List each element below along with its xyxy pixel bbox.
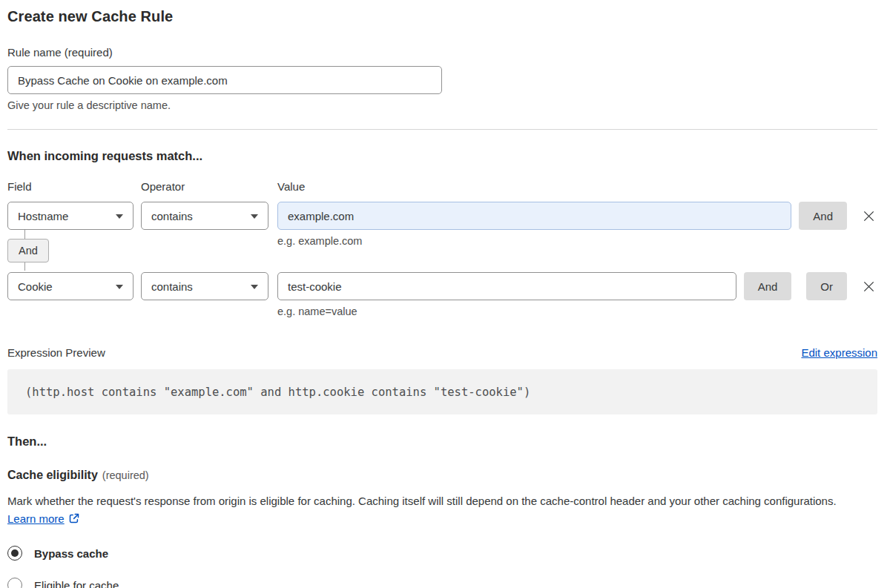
chevron-down-icon	[251, 285, 258, 289]
edit-expression-link[interactable]: Edit expression	[801, 346, 877, 359]
operator-select-row2-value: contains	[151, 280, 193, 293]
page-title: Create new Cache Rule	[7, 0, 877, 25]
and-connector-chip[interactable]: And	[7, 239, 49, 262]
radio-label-eligible-for-cache: Eligible for cache	[34, 579, 119, 588]
match-row-1: Hostname contains And	[7, 202, 877, 230]
learn-more-link[interactable]: Learn more	[7, 512, 65, 525]
remove-row1-button[interactable]	[860, 202, 877, 230]
value-column-label: Value	[277, 180, 877, 193]
value-hint-row1: e.g. example.com	[277, 235, 362, 247]
operator-select-row1[interactable]: contains	[141, 202, 268, 230]
match-column-labels: Field Operator Value	[7, 180, 877, 193]
remove-row2-button[interactable]	[860, 272, 877, 300]
radio-unselected-icon[interactable]	[7, 578, 22, 588]
value-input-row1[interactable]	[277, 202, 791, 230]
rule-name-label: Rule name (required)	[7, 46, 877, 59]
expression-preview-label: Expression Preview	[7, 346, 105, 359]
field-select-row2[interactable]: Cookie	[7, 272, 134, 300]
chevron-down-icon	[116, 214, 123, 219]
cache-eligibility-title: Cache eligibility	[7, 469, 98, 481]
and-button-row1[interactable]: And	[799, 202, 847, 230]
expression-preview-header: Expression Preview Edit expression	[7, 346, 877, 359]
required-note: (required)	[102, 469, 149, 481]
match-row-2: Cookie contains And Or	[7, 272, 877, 300]
rule-name-helper: Give your rule a descriptive name.	[7, 99, 877, 111]
cache-eligibility-description: Mark whether the request's response from…	[7, 492, 868, 528]
expression-code: (http.host contains "example.com" and ht…	[25, 386, 530, 399]
expression-preview-box: (http.host contains "example.com" and ht…	[7, 369, 877, 414]
close-icon	[863, 210, 875, 222]
chevron-down-icon	[251, 214, 258, 219]
and-button-row2[interactable]: And	[744, 272, 792, 300]
value-hint-row2: e.g. name=value	[277, 305, 357, 317]
operator-column-label: Operator	[141, 180, 277, 193]
operator-select-row2[interactable]: contains	[141, 272, 268, 300]
field-select-row1-value: Hostname	[18, 210, 68, 222]
chevron-down-icon	[116, 285, 123, 289]
field-column-label: Field	[7, 180, 141, 193]
radio-option-bypass-cache[interactable]: Bypass cache	[7, 546, 877, 561]
radio-option-eligible-for-cache[interactable]: Eligible for cache	[7, 578, 877, 588]
close-icon	[863, 280, 875, 293]
description-text: Mark whether the request's response from…	[7, 495, 837, 507]
cache-eligibility-heading: Cache eligibility(required)	[7, 469, 877, 482]
radio-selected-icon[interactable]	[7, 546, 22, 561]
field-select-row2-value: Cookie	[18, 280, 53, 293]
or-button-row2[interactable]: Or	[806, 272, 847, 300]
section-divider	[7, 129, 877, 130]
value-input-row2[interactable]	[277, 272, 736, 300]
then-heading: Then...	[7, 435, 877, 449]
row2-footer: e.g. name=value	[7, 300, 877, 346]
operator-select-row1-value: contains	[151, 210, 193, 222]
radio-label-bypass-cache: Bypass cache	[34, 547, 108, 560]
field-select-row1[interactable]: Hostname	[7, 202, 134, 230]
rule-name-input[interactable]	[7, 66, 442, 94]
external-link-icon	[68, 512, 80, 524]
row1-footer: And e.g. example.com	[7, 230, 877, 272]
match-section-heading: When incoming requests match...	[7, 149, 877, 163]
